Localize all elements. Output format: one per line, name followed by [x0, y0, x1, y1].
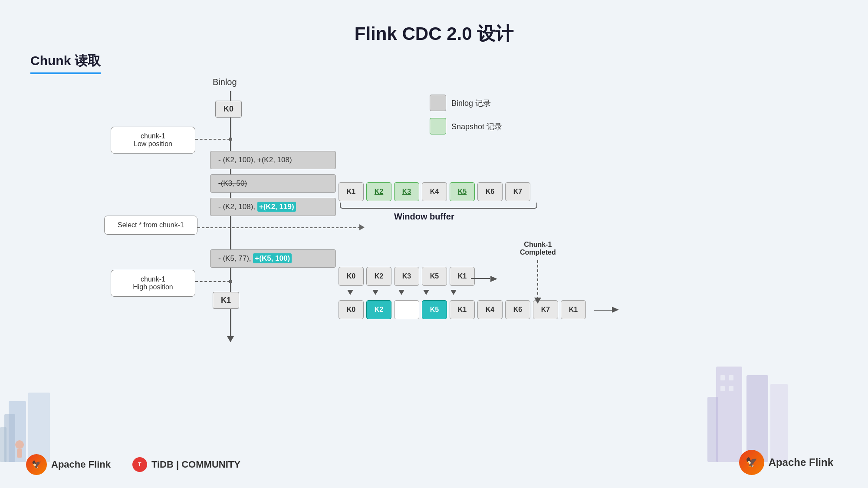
- svg-rect-3: [0, 427, 7, 462]
- down-arrow-k3: [398, 290, 404, 295]
- record-3-highlight: +(K2, 119): [257, 202, 296, 212]
- tidb-text: TiDB | COMMUNITY: [151, 459, 240, 470]
- dashed-select-line: [197, 227, 360, 228]
- chunk-completed-line1: Chunk-1: [520, 241, 556, 249]
- building-left: [0, 375, 56, 462]
- key-k6-top: K6: [477, 182, 503, 201]
- record-1-text: - (K2, 100), +(K2, 108): [218, 156, 292, 164]
- chunk-completed-label: Chunk-1 Completed: [520, 241, 556, 256]
- source-arrow: [490, 276, 497, 282]
- chunk1-low-line1: chunk-1: [120, 132, 186, 140]
- dashed-low-dot: [229, 138, 232, 141]
- res-k2: K2: [366, 300, 391, 319]
- footer-right-icon: 🦅: [739, 450, 764, 475]
- top-key-row: K1 K2 K3 K4 K5 K6 K7: [339, 182, 530, 201]
- k0-box: K0: [215, 101, 242, 118]
- apache-flink-icon: 🦅: [26, 454, 47, 475]
- binlog-arrow: [227, 336, 234, 342]
- key-k1-top: K1: [339, 182, 364, 201]
- record-2-text: -(K3, 50): [218, 179, 247, 187]
- svg-rect-5: [17, 449, 22, 458]
- key-k2-top: K2: [366, 182, 391, 201]
- record-box-3: - (K2, 108), +(K2, 119): [210, 198, 336, 216]
- chunk1-high-box: chunk-1 High position: [111, 270, 195, 297]
- src-k1: K1: [450, 267, 475, 286]
- select-text: Select * from chunk-1: [113, 221, 188, 229]
- binlog-label: Binlog: [213, 77, 237, 87]
- main-title: Flink CDC 2.0 设计: [0, 0, 868, 46]
- legend-binlog-box: [430, 95, 446, 111]
- down-arrow-k2: [372, 290, 378, 295]
- dashed-select-arrow: [359, 224, 365, 230]
- svg-rect-12: [720, 386, 725, 391]
- res-k1-end: K1: [561, 300, 586, 319]
- bracket-top: [340, 203, 537, 209]
- chunk1-high-line2: High position: [120, 283, 186, 291]
- svg-rect-11: [729, 375, 733, 380]
- legend-snapshot-label: Snapshot 记录: [451, 121, 502, 132]
- svg-rect-6: [716, 367, 742, 462]
- record-box-1: - (K2, 100), +(K2, 108): [210, 151, 336, 169]
- res-k5: K5: [422, 300, 447, 319]
- svg-rect-13: [729, 386, 733, 391]
- dashed-v-arrow: [534, 298, 541, 304]
- res-k1: K1: [450, 300, 475, 319]
- svg-rect-2: [28, 393, 50, 462]
- bottom-source-row: K0 K2 K3 K5 K1: [339, 267, 475, 286]
- svg-rect-7: [746, 375, 768, 462]
- down-arrow-k5: [423, 290, 429, 295]
- record-bottom-text: - (K5, 77),: [218, 254, 253, 262]
- src-k5: K5: [422, 267, 447, 286]
- down-arrow-k0: [347, 290, 353, 295]
- svg-rect-9: [707, 397, 718, 462]
- tidb-logo: T TiDB | COMMUNITY: [132, 457, 240, 472]
- result-arrow: [612, 307, 619, 313]
- source-arrow-line: [471, 278, 490, 279]
- select-box: Select * from chunk-1: [104, 216, 197, 235]
- key-k5-top: K5: [450, 182, 475, 201]
- record-box-2: -(K3, 50): [210, 174, 336, 193]
- chunk1-high-line1: chunk-1: [120, 275, 186, 283]
- record-bottom-highlight: +(K5, 100): [253, 253, 292, 263]
- bottom-result-row: K0 K2 K5 K1 K4 K6 K7 K1: [339, 300, 586, 319]
- down-arrow-k1: [450, 290, 457, 295]
- src-k0: K0: [339, 267, 364, 286]
- key-k4-top: K4: [422, 182, 447, 201]
- section-title: Chunk 读取: [30, 52, 101, 74]
- chunk1-low-line2: Low position: [120, 140, 186, 148]
- record-3-text-left: - (K2, 108),: [218, 203, 257, 211]
- building-right: [703, 341, 790, 462]
- dashed-high-line: [195, 281, 230, 282]
- tidb-icon: T: [132, 457, 147, 472]
- src-k2: K2: [366, 267, 391, 286]
- window-buffer-label: Window buffer: [394, 212, 454, 222]
- apache-flink-text: Apache Flink: [51, 459, 111, 470]
- chunk1-low-box: chunk-1 Low position: [111, 127, 195, 154]
- res-empty: [394, 300, 419, 319]
- footer-right-text: Apache Flink: [769, 456, 833, 468]
- legend-snapshot-box: [430, 118, 446, 134]
- legend-binlog-label: Binlog 记录: [451, 98, 491, 108]
- key-k3-top: K3: [394, 182, 419, 201]
- src-k3: K3: [394, 267, 419, 286]
- res-k0: K0: [339, 300, 364, 319]
- svg-rect-10: [720, 375, 725, 380]
- record-box-bottom: - (K5, 77), +(K5, 100): [210, 249, 336, 268]
- key-k7-top: K7: [505, 182, 530, 201]
- result-arrow-line: [594, 310, 613, 311]
- chunk-completed-line2: Completed: [520, 249, 556, 256]
- res-k4: K4: [477, 300, 503, 319]
- k1-box: K1: [213, 292, 239, 309]
- apache-flink-logo: 🦅 Apache Flink: [26, 454, 111, 475]
- res-k6: K6: [505, 300, 530, 319]
- dashed-v-line: [537, 260, 538, 299]
- svg-point-4: [15, 440, 24, 449]
- footer: 🦅 Apache Flink T TiDB | COMMUNITY: [26, 454, 240, 475]
- footer-right: 🦅 Apache Flink: [739, 450, 833, 475]
- dashed-low-line: [195, 139, 230, 140]
- dashed-high-dot: [229, 280, 232, 283]
